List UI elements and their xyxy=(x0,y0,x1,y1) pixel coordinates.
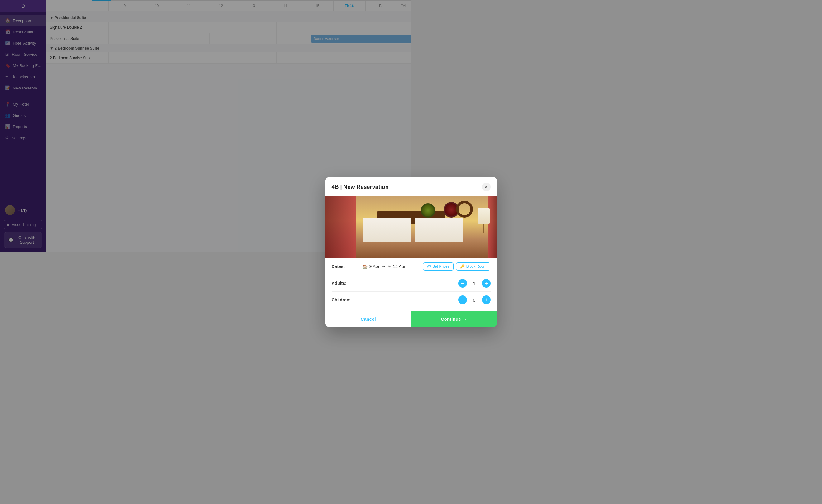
bed-left xyxy=(363,217,411,242)
modal-title-separator: | xyxy=(340,184,344,190)
reservation-modal: 4B | New Reservation × xyxy=(326,177,411,252)
modal-title: 4B | New Reservation xyxy=(332,184,389,190)
room-image xyxy=(326,196,411,252)
curtain-left xyxy=(326,196,356,252)
modal-room-id: 4B xyxy=(332,184,339,190)
modal-overlay[interactable]: 4B | New Reservation × xyxy=(0,0,411,252)
modal-title-text: New Reservation xyxy=(344,184,389,190)
modal-title-bar: 4B | New Reservation × xyxy=(326,177,411,196)
